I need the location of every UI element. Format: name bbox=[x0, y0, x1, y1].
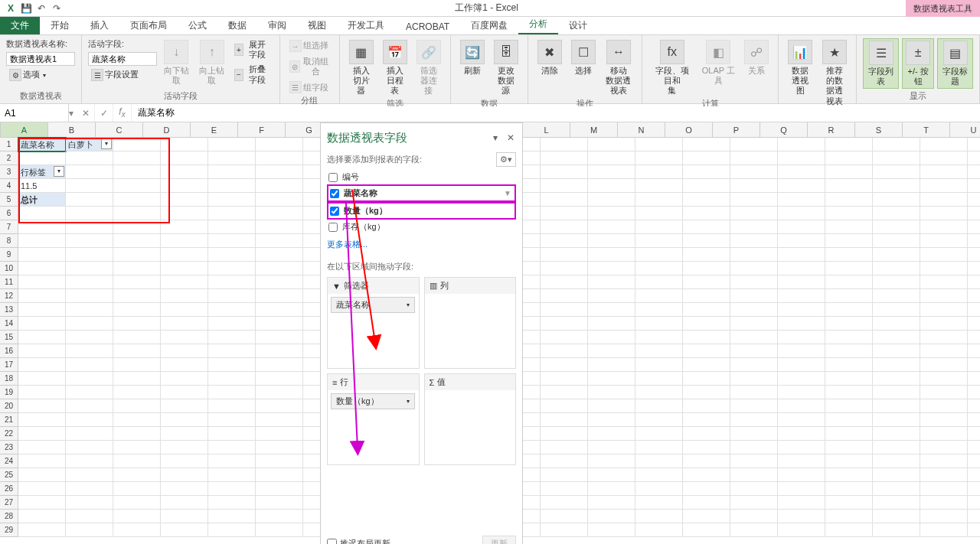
cell[interactable] bbox=[256, 344, 303, 358]
cell[interactable] bbox=[778, 482, 825, 496]
cell[interactable] bbox=[968, 358, 980, 372]
cell[interactable] bbox=[683, 289, 730, 303]
cell[interactable] bbox=[778, 207, 825, 220]
cell[interactable] bbox=[66, 523, 113, 537]
cell[interactable] bbox=[778, 358, 825, 372]
cell[interactable] bbox=[778, 275, 825, 289]
cell[interactable] bbox=[208, 317, 256, 331]
cell[interactable] bbox=[208, 138, 256, 151]
cell[interactable] bbox=[778, 510, 825, 523]
cell[interactable] bbox=[18, 372, 66, 386]
cell[interactable] bbox=[256, 468, 303, 482]
cell[interactable] bbox=[778, 496, 825, 510]
cell[interactable] bbox=[683, 372, 730, 386]
cell[interactable] bbox=[208, 399, 256, 413]
cell[interactable] bbox=[730, 234, 778, 248]
cell[interactable] bbox=[683, 317, 730, 331]
cell[interactable] bbox=[588, 151, 635, 165]
formula-input[interactable] bbox=[132, 106, 980, 120]
cell[interactable] bbox=[683, 523, 730, 537]
row-header[interactable]: 9 bbox=[0, 248, 18, 262]
defer-update-checkbox[interactable]: 推迟布局更新 bbox=[327, 538, 390, 544]
cell[interactable] bbox=[825, 207, 873, 220]
cell[interactable] bbox=[588, 399, 635, 413]
row-header[interactable]: 7 bbox=[0, 220, 18, 234]
cell[interactable] bbox=[635, 358, 683, 372]
select-button[interactable]: ☐选择 bbox=[568, 38, 599, 77]
cell[interactable] bbox=[635, 454, 683, 468]
cell[interactable] bbox=[208, 207, 256, 220]
refresh-button[interactable]: 🔄刷新 bbox=[457, 38, 488, 77]
cell[interactable] bbox=[113, 179, 161, 193]
cell[interactable] bbox=[208, 510, 256, 523]
cell[interactable] bbox=[588, 510, 635, 523]
cell[interactable] bbox=[968, 289, 980, 303]
cell[interactable] bbox=[968, 248, 980, 262]
cell[interactable] bbox=[588, 454, 635, 468]
cell[interactable] bbox=[588, 275, 635, 289]
cell[interactable] bbox=[778, 234, 825, 248]
row-header[interactable]: 23 bbox=[0, 441, 18, 454]
cell[interactable] bbox=[208, 427, 256, 441]
cell[interactable] bbox=[968, 303, 980, 317]
cell[interactable] bbox=[683, 358, 730, 372]
cell[interactable] bbox=[873, 482, 920, 496]
cell[interactable] bbox=[66, 179, 113, 193]
cell[interactable] bbox=[968, 317, 980, 331]
cell[interactable] bbox=[588, 468, 635, 482]
cell[interactable] bbox=[920, 372, 968, 386]
cell[interactable] bbox=[208, 151, 256, 165]
cell[interactable] bbox=[18, 331, 66, 344]
cell[interactable] bbox=[683, 220, 730, 234]
cell[interactable] bbox=[968, 138, 980, 151]
cell[interactable] bbox=[541, 303, 588, 317]
cell[interactable] bbox=[18, 220, 66, 234]
cell[interactable] bbox=[968, 179, 980, 193]
cell[interactable] bbox=[968, 413, 980, 427]
cell[interactable] bbox=[113, 220, 161, 234]
cell[interactable] bbox=[968, 441, 980, 454]
name-box[interactable] bbox=[0, 104, 69, 122]
cell[interactable] bbox=[635, 248, 683, 262]
cell[interactable] bbox=[683, 165, 730, 179]
cell[interactable] bbox=[588, 358, 635, 372]
cell[interactable] bbox=[113, 248, 161, 262]
cell[interactable] bbox=[18, 303, 66, 317]
cell[interactable] bbox=[825, 303, 873, 317]
drill-up-button[interactable]: ↑向上钻取 bbox=[195, 38, 227, 87]
cell[interactable] bbox=[778, 138, 825, 151]
cell[interactable] bbox=[161, 510, 208, 523]
cell[interactable] bbox=[968, 427, 980, 441]
cell[interactable] bbox=[208, 496, 256, 510]
cell[interactable] bbox=[588, 138, 635, 151]
cell[interactable] bbox=[256, 262, 303, 275]
cell[interactable] bbox=[873, 427, 920, 441]
cell[interactable] bbox=[920, 331, 968, 344]
cell[interactable] bbox=[730, 179, 778, 193]
tab-home[interactable]: 开始 bbox=[40, 17, 80, 34]
cell[interactable] bbox=[256, 331, 303, 344]
cell[interactable] bbox=[873, 317, 920, 331]
field-item[interactable]: 编号 bbox=[327, 170, 516, 184]
field-checkbox[interactable] bbox=[328, 173, 338, 182]
cell[interactable] bbox=[113, 358, 161, 372]
field-item[interactable]: 蔬菜名称▼ bbox=[327, 184, 516, 202]
cell[interactable] bbox=[825, 399, 873, 413]
cell[interactable] bbox=[920, 262, 968, 275]
cell[interactable] bbox=[873, 165, 920, 179]
cell[interactable] bbox=[635, 234, 683, 248]
cell[interactable] bbox=[208, 234, 256, 248]
cell[interactable] bbox=[920, 207, 968, 220]
cell[interactable] bbox=[920, 138, 968, 151]
row-header[interactable]: 24 bbox=[0, 454, 18, 468]
cell[interactable] bbox=[113, 441, 161, 454]
field-list-button[interactable]: ☰字段列表 bbox=[863, 38, 899, 89]
cell[interactable] bbox=[920, 386, 968, 399]
cell[interactable] bbox=[161, 289, 208, 303]
cell[interactable]: 11.5 bbox=[18, 179, 66, 193]
cell[interactable] bbox=[968, 468, 980, 482]
cell[interactable] bbox=[256, 220, 303, 234]
cell[interactable] bbox=[778, 523, 825, 537]
cell[interactable] bbox=[113, 496, 161, 510]
cell[interactable] bbox=[683, 510, 730, 523]
